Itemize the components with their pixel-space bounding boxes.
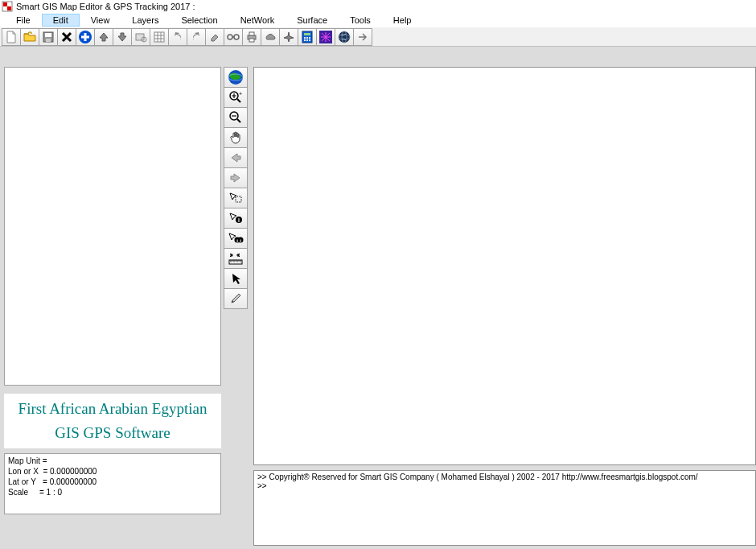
map-canvas[interactable]: [253, 67, 756, 465]
nav-button[interactable]: [353, 28, 372, 46]
menu-bar: File Edit View Layers Selection NetWork …: [0, 13, 756, 27]
menu-selection[interactable]: Selection: [170, 14, 228, 27]
eraser-button[interactable]: [205, 28, 224, 46]
svg-rect-1: [3, 2, 7, 6]
cloud-button[interactable]: [261, 28, 280, 46]
layer-props-button[interactable]: [131, 28, 150, 46]
left-panel: First African Arabian Egyptian GIS GPS S…: [4, 67, 221, 514]
burst-button[interactable]: [316, 28, 335, 46]
svg-rect-24: [309, 39, 310, 41]
move-up-button[interactable]: [94, 28, 113, 46]
log-line-1: >> Copyright® Reserved for Smart GIS Com…: [257, 473, 752, 481]
zoom-out-button[interactable]: [224, 107, 248, 128]
full-extent-button[interactable]: [224, 67, 248, 88]
save-button[interactable]: [39, 28, 58, 46]
delete-button[interactable]: [57, 28, 76, 46]
lon-label: Lon or X: [8, 467, 39, 476]
svg-rect-18: [304, 33, 310, 35]
menu-surface[interactable]: Surface: [286, 14, 339, 27]
app-icon: [2, 1, 13, 12]
menu-layers[interactable]: Layers: [121, 14, 170, 27]
product-banner: First African Arabian Egyptian GIS GPS S…: [4, 394, 221, 448]
lat-value: = 0.000000000: [43, 477, 97, 486]
map-unit-label: Map Unit =: [8, 456, 47, 465]
svg-rect-3: [7, 2, 11, 6]
lon-value: = 0.000000000: [43, 467, 97, 476]
svg-rect-2: [7, 6, 11, 10]
svg-rect-22: [304, 39, 306, 41]
svg-point-13: [234, 35, 239, 39]
svg-text:+: +: [239, 91, 242, 97]
lat-label: Lat or Y: [8, 477, 36, 486]
svg-point-12: [228, 35, 232, 39]
menu-view[interactable]: View: [80, 14, 121, 27]
svg-rect-15: [249, 32, 254, 35]
title-bar: Smart GIS Map Editor & GPS Tracking 2017…: [0, 0, 756, 13]
svg-rect-11: [154, 32, 164, 42]
move-down-button[interactable]: [113, 28, 132, 46]
calculator-button[interactable]: [298, 28, 317, 46]
measure-button[interactable]: [224, 248, 248, 269]
svg-text:i: i: [238, 217, 240, 223]
workspace: First African Arabian Egyptian GIS GPS S…: [0, 47, 756, 549]
map-toolbar: + i ii: [224, 67, 248, 308]
menu-network[interactable]: NetWork: [229, 14, 286, 27]
globe-button[interactable]: [335, 28, 354, 46]
undo-button[interactable]: [168, 28, 187, 46]
new-document-button[interactable]: [2, 28, 21, 46]
back-button[interactable]: [224, 147, 248, 168]
pan-button[interactable]: [224, 127, 248, 148]
svg-rect-7: [46, 39, 51, 42]
menu-help[interactable]: Help: [382, 14, 423, 27]
forward-button[interactable]: [224, 167, 248, 188]
edit-pen-button[interactable]: [224, 288, 248, 309]
layers-panel[interactable]: [4, 67, 221, 386]
svg-rect-19: [304, 37, 306, 39]
svg-rect-4: [3, 6, 7, 10]
svg-rect-6: [45, 33, 51, 37]
log-output[interactable]: >> Copyright® Reserved for Smart GIS Com…: [253, 470, 756, 546]
identify-button[interactable]: i: [224, 208, 248, 229]
table-button[interactable]: [150, 28, 169, 46]
main-toolbar: [0, 27, 756, 47]
identify-many-button[interactable]: ii: [224, 228, 248, 249]
find-button[interactable]: [224, 28, 243, 46]
svg-rect-16: [249, 39, 254, 42]
menu-file[interactable]: File: [5, 14, 42, 27]
open-folder-button[interactable]: [20, 28, 39, 46]
pointer-button[interactable]: [224, 268, 248, 289]
airplane-button[interactable]: [279, 28, 298, 46]
log-line-2: >>: [257, 481, 752, 490]
svg-point-26: [339, 31, 350, 43]
svg-rect-21: [309, 37, 310, 39]
svg-rect-34: [236, 196, 241, 202]
select-rect-button[interactable]: [224, 188, 248, 208]
scale-label: Scale: [8, 488, 28, 497]
banner-line2: GIS GPS Software: [55, 421, 171, 445]
print-button[interactable]: [242, 28, 261, 46]
redo-button[interactable]: [187, 28, 206, 46]
scale-value: = 1 : 0: [39, 488, 62, 497]
svg-rect-23: [306, 39, 308, 41]
svg-rect-20: [306, 37, 308, 39]
menu-edit[interactable]: Edit: [42, 14, 80, 27]
coordinate-status: Map Unit = Lon or X = 0.000000000 Lat or…: [4, 453, 221, 514]
window-title: Smart GIS Map Editor & GPS Tracking 2017…: [16, 2, 195, 11]
banner-line1: First African Arabian Egyptian: [18, 397, 207, 421]
menu-tools[interactable]: Tools: [339, 14, 382, 27]
add-button[interactable]: [76, 28, 95, 46]
zoom-in-button[interactable]: +: [224, 87, 248, 108]
